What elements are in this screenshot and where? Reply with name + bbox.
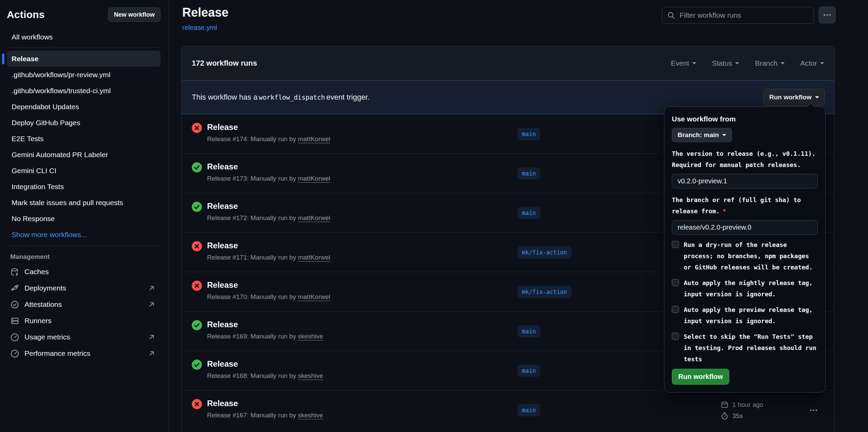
sidebar-workflow-item[interactable]: Gemini CLI CI [7,163,160,179]
run-title-link[interactable]: Release [207,241,330,250]
sidebar-item-deployments[interactable]: Deployments [7,280,160,296]
selected-accent-bar [2,53,4,64]
actions-sidebar: Actions New workflow All workflows Relea… [0,0,169,432]
sidebar-item-performance-metrics[interactable]: Performance metrics [7,345,160,362]
runs-card-header: 172 workflow runs Event Status Branch [182,46,834,80]
workflow-list: Release .github/workflows/pr-review.yml … [7,51,160,227]
rocket-icon [10,284,19,293]
sidebar-item-label: Deployments [24,284,66,292]
filter-workflow-runs-input[interactable] [679,11,809,20]
description-line: Required for manual patch releases. [672,159,818,170]
sidebar-workflow-item[interactable]: E2E Tests [7,131,160,147]
filter-label: Event [671,59,689,67]
runs-filter-dropdown[interactable]: Event [671,59,696,67]
status-icon [192,360,202,370]
run-title-link[interactable]: Release [207,162,330,171]
sidebar-item-label: Usage metrics [24,333,70,341]
checkbox[interactable] [672,241,679,248]
branch-badge[interactable]: main [517,128,540,140]
run-subtitle: Release #170: Manually run by mattKorwel [207,293,330,301]
branch-badge[interactable]: main [517,404,540,416]
status-icon [192,281,202,291]
actor-link[interactable]: mattKorwel [298,293,330,300]
run-subtitle: Release #167: Manually run by skeshive [207,412,323,419]
sidebar-workflow-item[interactable]: Integration Tests [7,179,160,195]
run-title-link[interactable]: Release [207,399,323,408]
actor-link[interactable]: mattKorwel [298,135,330,143]
runs-filter-dropdown[interactable]: Branch [755,59,785,67]
version-input[interactable] [672,174,818,188]
workflow-options-kebab-button[interactable] [819,6,836,23]
actor-link[interactable]: skeshive [298,412,323,419]
status-icon [192,162,202,172]
sidebar-item-usage-metrics[interactable]: Usage metrics [7,329,160,345]
stopwatch-icon [720,412,729,420]
branch-badge[interactable]: mk/fix-action [517,286,572,298]
runs-filter-dropdown[interactable]: Status [712,59,739,67]
run-workflow-submit-button[interactable]: Run workflow [672,369,729,385]
workflow-label: Integration Tests [12,183,64,191]
run-title-link[interactable]: Release [207,359,323,369]
sidebar-item-runners[interactable]: Runners [7,313,160,329]
workflow-label: Dependabot Updates [12,103,79,111]
sidebar-workflow-item[interactable]: .github/workflows/trusted-ci.yml [7,83,160,99]
page-title: Release [182,5,228,20]
actor-link[interactable]: skeshive [298,372,323,379]
popover-heading: Use workflow from [672,115,818,123]
checkbox-group: Run a dry-run of the releaseprocess; no … [672,239,818,273]
description-line: The branch or ref (full git sha) to [672,194,818,205]
run-workflow-dropdown-button[interactable]: Run workflow [763,89,825,106]
checkbox-label-line: process; no branches, npm packages [684,250,813,262]
checkbox-label: Auto apply the preview release tag,input… [684,304,813,327]
actor-link[interactable]: mattKorwel [298,175,330,182]
checkbox[interactable] [672,279,679,286]
branch-badge[interactable]: main [517,167,540,180]
sidebar-workflow-item[interactable]: Deploy GitHub Pages [7,115,160,131]
actor-link[interactable]: mattKorwel [298,254,330,261]
sidebar-item-attestations[interactable]: Attestations [7,296,160,313]
sidebar-title: Actions [7,9,45,20]
sidebar-workflow-item[interactable]: Release [7,51,160,67]
sidebar-item-caches[interactable]: Caches [7,264,160,280]
workflow-label: E2E Tests [12,135,44,143]
checkbox[interactable] [672,306,679,313]
branch-selector-button[interactable]: Branch: main [672,128,732,142]
run-title-link[interactable]: Release [207,122,330,132]
external-link-icon [148,333,156,341]
run-title-link[interactable]: Release [207,201,330,211]
workflow-run-row: Release Release #167: Manually run by sk… [182,390,834,430]
chevron-down-icon [692,62,696,66]
sidebar-workflow-item[interactable]: Gemini Automated PR Labeler [7,147,160,163]
ref-input[interactable] [672,220,818,235]
sidebar-workflow-item[interactable]: Mark stale issues and pull requests [7,195,160,211]
checkbox[interactable] [672,333,679,340]
banner-text: event trigger. [326,93,370,102]
actor-link[interactable]: skeshive [298,333,323,340]
run-title-link[interactable]: Release [207,280,330,290]
sidebar-workflow-item[interactable]: .github/workflows/pr-review.yml [7,67,160,83]
check-circle-icon [192,202,202,212]
search-icon [667,11,675,19]
branch-badge[interactable]: mk/fix-action [517,246,572,259]
run-title-link[interactable]: Release [207,320,323,329]
new-workflow-button[interactable]: New workflow [108,7,160,22]
branch-badge[interactable]: main [517,365,540,377]
branch-badge[interactable]: main [517,325,540,337]
checkbox-label-line: Auto apply the preview release tag, [684,304,813,315]
workflow-label: .github/workflows/trusted-ci.yml [12,87,111,95]
required-asterisk: * [722,207,726,215]
workflow-label: Gemini CLI CI [12,167,56,175]
chevron-down-icon [820,62,824,66]
workflow-file-link[interactable]: release.yml [182,24,217,32]
actor-link[interactable]: mattKorwel [298,214,330,221]
event-code: workflow_dispatch [259,94,325,101]
checkbox-label: Run a dry-run of the releaseprocess; no … [684,239,813,273]
sidebar-item-label: Attestations [24,300,62,309]
sidebar-item-all-workflows[interactable]: All workflows [7,30,160,44]
sidebar-workflow-item[interactable]: No Response [7,211,160,227]
runs-filter-dropdown[interactable]: Actor [800,59,824,67]
show-more-workflows-link[interactable]: Show more workflows... [7,227,160,243]
run-kebab-menu[interactable] [809,406,818,415]
sidebar-workflow-item[interactable]: Dependabot Updates [7,99,160,115]
branch-badge[interactable]: main [517,207,540,219]
